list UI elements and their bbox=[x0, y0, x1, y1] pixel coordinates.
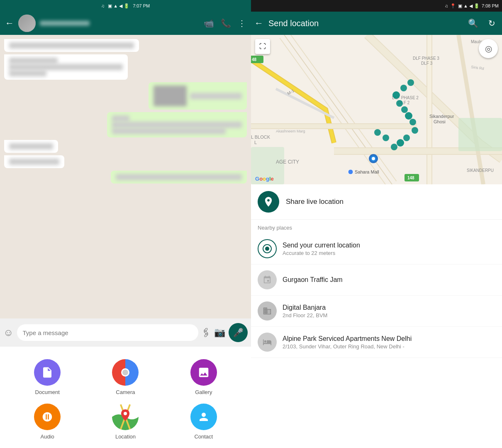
location-search-button[interactable]: 🔍 bbox=[468, 18, 478, 28]
contact-label: Contact bbox=[194, 433, 213, 440]
tray-item-audio[interactable]: Audio bbox=[34, 404, 61, 440]
current-location-name: Send your current location bbox=[283, 242, 360, 249]
svg-text:AGE CITY: AGE CITY bbox=[276, 159, 299, 165]
location-item-alpine[interactable]: Alpine Park Serviced Apartments New Delh… bbox=[251, 327, 502, 358]
loc-pin-icon: 📍 bbox=[450, 3, 456, 9]
svg-point-46 bbox=[372, 157, 375, 160]
time-right: 7:08 PM bbox=[482, 3, 499, 8]
mic-button[interactable]: 🎤 bbox=[229, 323, 248, 342]
share-live-location-item[interactable]: Share live location bbox=[251, 184, 502, 220]
chat-header-icons: 📹 📞 ⋮ bbox=[204, 18, 246, 28]
svg-point-35 bbox=[401, 106, 408, 113]
tray-item-gallery[interactable]: Gallery bbox=[190, 359, 217, 395]
svg-text:SIKANDERPU: SIKANDERPU bbox=[467, 168, 494, 173]
svg-point-27 bbox=[348, 169, 353, 174]
status-icons-left: ▣ ▲ ◀ 🔋 bbox=[108, 3, 129, 9]
svg-point-31 bbox=[392, 91, 400, 99]
map-svg: 48 M-1 Akashneem Marg Siri bbox=[251, 35, 502, 184]
message-bubble-received: ■■■■■ ■■■■■■■■■■■■■■ ■■■■■■■■■■■■ ■■■■■■ bbox=[4, 39, 139, 52]
tray-row-1: Document Camera bbox=[8, 359, 243, 395]
svg-text:L: L bbox=[254, 140, 257, 145]
traffic-text: Gurgaon Traffic Jam bbox=[283, 276, 343, 284]
audio-icon-circle bbox=[34, 404, 61, 430]
status-bar-left: ♫ ▣ ▲ ◀ 🔋 7:07 PM bbox=[0, 0, 251, 12]
tray-item-camera[interactable]: Camera bbox=[112, 359, 139, 395]
tray-item-contact[interactable]: Contact bbox=[190, 404, 217, 440]
svg-text:48: 48 bbox=[252, 57, 257, 62]
time-left: 7:07 PM bbox=[133, 3, 150, 8]
current-location-detail: Accurate to 22 meters bbox=[283, 250, 360, 256]
camera-icon-circle bbox=[112, 359, 139, 386]
location-item-banjara[interactable]: Digital Banjara 2nd Floor 22, BVM bbox=[251, 296, 502, 327]
svg-text:DLF PHASE 3: DLF PHASE 3 bbox=[413, 56, 439, 61]
svg-text:Sikanderpur: Sikanderpur bbox=[429, 114, 454, 119]
chat-input-bar: ☺ 🖇 📷 🎤 bbox=[0, 318, 251, 347]
message-bubble-received: ■■■■ ■■■■ ■■■■■■ ■■■■■■■■■■■■ ■■■■■■■■■■… bbox=[4, 54, 128, 80]
map-container: 48 M-1 Akashneem Marg Siri bbox=[251, 35, 502, 184]
location-item-traffic[interactable]: Gurgaon Traffic Jam bbox=[251, 264, 502, 296]
message-bubble-received: ■■■■■■■■ ■■■■■■■ bbox=[4, 155, 64, 168]
svg-rect-13 bbox=[458, 118, 502, 151]
voice-call-button[interactable]: 📞 bbox=[221, 18, 231, 28]
svg-point-2 bbox=[122, 370, 128, 375]
tray-item-location[interactable]: Location bbox=[112, 404, 139, 440]
location-icon-circle bbox=[112, 404, 139, 430]
alpine-text: Alpine Park Serviced Apartments New Delh… bbox=[283, 335, 412, 350]
location-back-button[interactable]: ← bbox=[254, 18, 263, 29]
message-bubble-sent: ■■■■■■ ■■■■■■ ■■■ bbox=[149, 82, 247, 110]
avatar bbox=[18, 15, 36, 32]
message-bubble-sent: ■■ ■■■ ■■■■■■■■■■■■ ■■■■■■■■■■■■■■■■■■■■… bbox=[107, 112, 247, 137]
location-label: Location bbox=[115, 433, 136, 440]
svg-point-6 bbox=[124, 412, 127, 415]
svg-text:Sahara Mall: Sahara Mall bbox=[355, 169, 379, 174]
chat-back-button[interactable]: ← bbox=[5, 18, 14, 29]
chat-panel: ← 📹 📞 ⋮ ■■■■■ ■■■■■■■■■■■■■■ ■■■■■■■■■■■… bbox=[0, 0, 251, 448]
chat-messages: ■■■■■ ■■■■■■■■■■■■■■ ■■■■■■■■■■■■ ■■■■■■… bbox=[0, 35, 251, 318]
spotify-icon-left: ♫ bbox=[101, 3, 105, 8]
more-options-button[interactable]: ⋮ bbox=[238, 18, 246, 28]
emoji-button[interactable]: ☺ bbox=[3, 327, 14, 338]
gallery-icon-circle bbox=[190, 359, 217, 386]
spotify-icon-right: ♫ bbox=[445, 3, 448, 8]
banjara-text: Digital Banjara 2nd Floor 22, BVM bbox=[283, 304, 327, 318]
message-row: ■■■■■ ■■■■■■■■■■■■■■ ■■■■■■■■■■■■ ■■■■■■ bbox=[4, 39, 247, 52]
video-call-button[interactable]: 📹 bbox=[204, 18, 214, 28]
tray-row-2: Audio bbox=[8, 404, 243, 440]
location-refresh-button[interactable]: ↻ bbox=[488, 18, 495, 28]
map-fullscreen-button[interactable]: ⛶ bbox=[255, 39, 270, 54]
alpine-detail: 2/103, Sunder Vihar, Outer Ring Road, Ne… bbox=[283, 343, 412, 350]
message-bubble-sent: ■■ ■■■■ ■■■■■■■■■■■■ ■■■■ ■■■■ ■■■■■ ■■■… bbox=[111, 171, 247, 184]
alpine-name: Alpine Park Serviced Apartments New Delh… bbox=[283, 335, 412, 343]
svg-point-40 bbox=[397, 139, 404, 147]
svg-point-39 bbox=[403, 135, 410, 141]
svg-point-32 bbox=[400, 85, 407, 91]
svg-text:Ghosi: Ghosi bbox=[434, 119, 446, 124]
svg-point-37 bbox=[409, 119, 416, 125]
message-input[interactable] bbox=[17, 324, 198, 341]
svg-point-49 bbox=[265, 247, 269, 251]
attachment-tray: Document Camera bbox=[0, 347, 251, 448]
tray-item-document[interactable]: Document bbox=[34, 359, 61, 395]
status-bar-right: ♫ 📍 ▣ ▲ ◀ 🔋 7:08 PM bbox=[251, 0, 502, 12]
attach-button[interactable]: 🖇 bbox=[199, 326, 213, 340]
banjara-name: Digital Banjara bbox=[283, 304, 327, 311]
chat-name-area bbox=[40, 21, 200, 26]
map-my-location-button[interactable]: ◎ bbox=[479, 39, 498, 58]
svg-point-36 bbox=[405, 112, 412, 120]
audio-label: Audio bbox=[41, 433, 54, 440]
svg-point-43 bbox=[374, 129, 381, 136]
traffic-icon bbox=[258, 270, 277, 289]
current-location-item[interactable]: Send your current location Accurate to 2… bbox=[251, 233, 502, 264]
camera-button[interactable]: 📷 bbox=[214, 327, 225, 338]
svg-point-47 bbox=[268, 199, 270, 201]
banjara-detail: 2nd Floor 22, BVM bbox=[283, 312, 327, 318]
message-row: ■■ ■■■■■■■■■■■ bbox=[4, 140, 247, 153]
alpine-icon bbox=[258, 333, 277, 352]
camera-label: Camera bbox=[116, 389, 135, 395]
message-row: ■■ ■■■■ ■■■■■■■■■■■■ ■■■■ ■■■■ ■■■■■ ■■■… bbox=[4, 171, 247, 184]
svg-point-38 bbox=[412, 127, 418, 134]
gallery-label: Gallery bbox=[195, 389, 212, 395]
nearby-places-label: Nearby places bbox=[251, 220, 502, 233]
svg-point-41 bbox=[391, 144, 397, 150]
svg-text:DLF  3: DLF 3 bbox=[421, 61, 433, 66]
